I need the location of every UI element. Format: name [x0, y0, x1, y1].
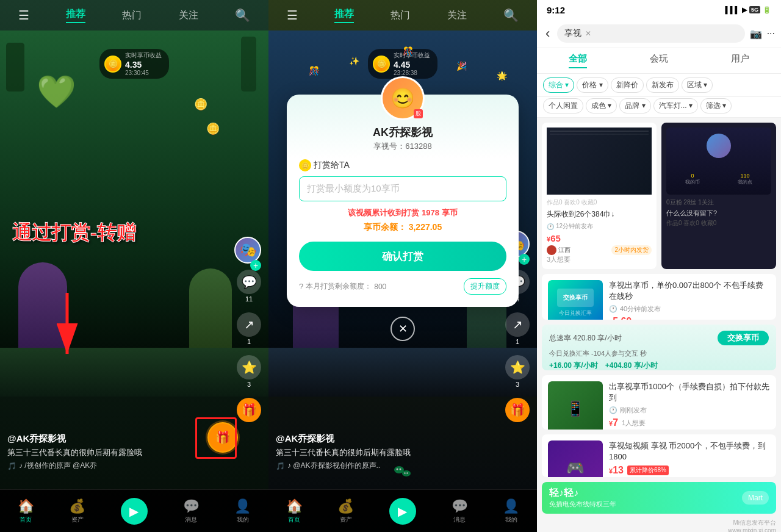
middle-nav-assets[interactable]: 💰 资产 [337, 498, 354, 524]
mart-label[interactable]: Mart [742, 491, 769, 505]
p5-price-row: ¥13 累计降价68% [609, 465, 770, 476]
product-card-1[interactable]: 作品0 喜欢0 收藏0 头际收到26个384巾↓ 🕐 12分钟前发布 ¥65 江… [542, 123, 657, 269]
nav-recommend[interactable]: 推荐 [66, 8, 85, 23]
filter-screen[interactable]: 筛选 ▾ [700, 98, 732, 113]
floating-coin-2: 🪙 [194, 98, 207, 111]
tab-play[interactable]: 会玩 [650, 53, 668, 68]
coin-value: 4.35 [125, 60, 162, 70]
filter-new-post[interactable]: 新发布 [646, 77, 679, 93]
search-input-wrap[interactable]: 享视 ✕ [557, 24, 744, 43]
nav-play[interactable]: ▶ [121, 498, 148, 525]
p4-title: 出享视享币1000个（手续费自损）拍下付款先到 [609, 381, 770, 403]
middle-nav-play[interactable]: ▶ [389, 498, 416, 525]
earnings-banner: 总速率 420.80 享/小时 交换享币 今日兑换汇率 -104人参与交互 秒 … [542, 325, 776, 370]
p2-stats: 0豆粉 28丝 1关注 [666, 198, 771, 207]
filter-price[interactable]: 价格 ▾ [577, 77, 608, 93]
middle-share-icon: ↗ [505, 312, 530, 337]
search-clear-icon[interactable]: ✕ [585, 29, 591, 38]
promo-banner[interactable]: 轻♪轻♪ 免插电免布线特权三年 Mart [542, 482, 776, 514]
p5-price: ¥13 [609, 465, 624, 476]
filter-region[interactable]: 区域 ▾ [682, 77, 713, 93]
rate-info: +16.00 享/小时 基础速率 +404.80 享/小时 国际速率 [549, 361, 769, 370]
middle-avatar-follow[interactable]: + [519, 254, 530, 265]
middle-star-btn[interactable]: ⭐ 3 [505, 355, 530, 388]
nav-follow[interactable]: 关注 [179, 9, 198, 22]
middle-play-btn[interactable]: ▶ [389, 498, 416, 525]
signal-icon: ▌▌▌ [725, 6, 740, 13]
network-type: 5G [749, 6, 760, 13]
nav-assets[interactable]: 💰 资产 [69, 498, 85, 524]
p1-footer: 江西 2小时内发货 [547, 245, 652, 255]
play-btn[interactable]: ▶ [121, 498, 148, 525]
middle-coin-badge: 🪙 实时享币收益 4.45 23:28:38 [368, 49, 437, 79]
middle-nav-messages[interactable]: 💬 消息 [452, 498, 468, 524]
upgrade-button[interactable]: 提升额度 [464, 278, 506, 295]
battery-icon: 🔋 [763, 6, 771, 14]
product-image-4: 📱 [548, 381, 603, 430]
confirm-tip-button[interactable]: 确认打赏 [299, 242, 506, 271]
left-bottom-nav: 🏠 首页 💰 资产 ▶ 💬 消息 👤 我的 [0, 489, 268, 532]
filter-condition[interactable]: 成色 ▾ [586, 98, 617, 113]
star-icon: ⭐ [237, 355, 261, 379]
product-card-4[interactable]: 📱 出享视享币1000个（手续费自损）拍下付款先到 🕐 刚刚发布 ¥7 1人想要 [542, 375, 776, 430]
product-card-5[interactable]: 🎮 享视短视频 享视 币2000个，不包手续费，到1800 ¥13 累计降价68… [542, 434, 776, 477]
comment-btn[interactable]: 💬 11 [237, 270, 261, 303]
filter-comprehensive[interactable]: 综合 ▾ [543, 77, 574, 93]
middle-share-btn[interactable]: ↗ 1 [505, 312, 530, 345]
middle-nav-home[interactable]: 🏠 首页 [286, 498, 303, 524]
middle-menu-icon[interactable]: ☰ [287, 8, 298, 23]
product-image-5: 🎮 [548, 440, 603, 477]
more-options-icon[interactable]: ··· [767, 28, 775, 39]
tab-all[interactable]: 全部 [569, 53, 587, 68]
camera-icon[interactable]: 📷 [750, 28, 762, 40]
back-button[interactable]: ‹ [543, 26, 552, 41]
status-bar: 9:12 ▌▌▌ ▶ 5G 🔋 [537, 0, 781, 20]
banner-subtitle: 今日兑换汇率 -104人参与交互 秒 [549, 349, 769, 358]
p3-info: 享视出享币，单价0.007出800个 不包手续费在线秒 🕐 40分钟前发布 ¥5… [609, 280, 770, 314]
share-btn[interactable]: ↗ 1 [237, 312, 261, 345]
dialog-close-button[interactable]: ✕ [390, 317, 415, 341]
middle-nav-recommend[interactable]: 推荐 [334, 8, 354, 23]
middle-assets-icon: 💰 [337, 498, 354, 514]
star-btn[interactable]: ⭐ 3 [237, 355, 261, 388]
nav-messages[interactable]: 💬 消息 [183, 498, 200, 524]
nav-mine[interactable]: 👤 我的 [234, 498, 251, 524]
watermark-line2: www.mixin.xi.com [542, 527, 776, 532]
tab-users[interactable]: 用户 [731, 53, 749, 68]
exchange-btn[interactable]: 交换享币 [718, 331, 769, 345]
p4-info: 出享视享币1000个（手续费自损）拍下付款先到 🕐 刚刚发布 ¥7 1人想要 湖… [609, 381, 770, 423]
middle-nav-follow[interactable]: 关注 [447, 9, 467, 22]
avatar-follow-btn[interactable]: + [250, 260, 261, 271]
menu-icon[interactable]: ☰ [18, 8, 29, 23]
product-card-3[interactable]: 交换享币 今日兑换汇率 -104人参与 享视出享币，单价0.007出800个 不… [542, 274, 776, 320]
home-label: 首页 [20, 516, 32, 524]
tip-balance: 享币余额： 3,227.05 [299, 222, 506, 233]
filter-personal[interactable]: 个人闲置 [543, 98, 583, 113]
p2-stats2: 作品0 喜欢0 收藏0 [666, 219, 771, 228]
search-icon[interactable]: 🔍 [235, 8, 250, 23]
middle-messages-icon: 💬 [452, 498, 468, 514]
heart-icon: 💚 [37, 73, 76, 110]
svg-point-6 [404, 472, 405, 473]
p1-stats: 作品0 喜欢0 收藏0 [547, 198, 652, 207]
middle-nav-mine[interactable]: 👤 我的 [503, 498, 519, 524]
product-card-2[interactable]: 0 我的币 110 我的点 0豆粉 28丝 1关注 什么么没有留下? 作品0 喜… [661, 123, 776, 269]
filter-brand[interactable]: 品牌 ▾ [619, 98, 650, 113]
p1-price: ¥65 [547, 233, 652, 243]
nav-home[interactable]: 🏠 首页 [18, 498, 34, 524]
p1-want: 3人想要 [547, 255, 652, 264]
clock-icon-4: 🕐 [609, 406, 617, 414]
nav-hot[interactable]: 热门 [122, 9, 142, 22]
wechat-icon[interactable] [393, 462, 412, 486]
messages-label: 消息 [185, 516, 197, 524]
filter-car-lights[interactable]: 汽车灯... ▾ [653, 98, 698, 113]
filter-new-low[interactable]: 新降价 [611, 77, 644, 93]
reward-btn-right[interactable]: 🎁 [237, 398, 261, 422]
share-icon: ↗ [237, 312, 261, 337]
middle-video-username: @AK乔探影视 [276, 433, 500, 445]
p4-price: ¥7 [609, 417, 618, 428]
middle-nav-hot[interactable]: 热门 [390, 9, 410, 22]
middle-search-icon[interactable]: 🔍 [503, 8, 519, 23]
tip-input[interactable]: 打赏最小额度为10享币 [299, 176, 506, 201]
middle-reward-btn[interactable]: 🎁 [505, 398, 530, 422]
